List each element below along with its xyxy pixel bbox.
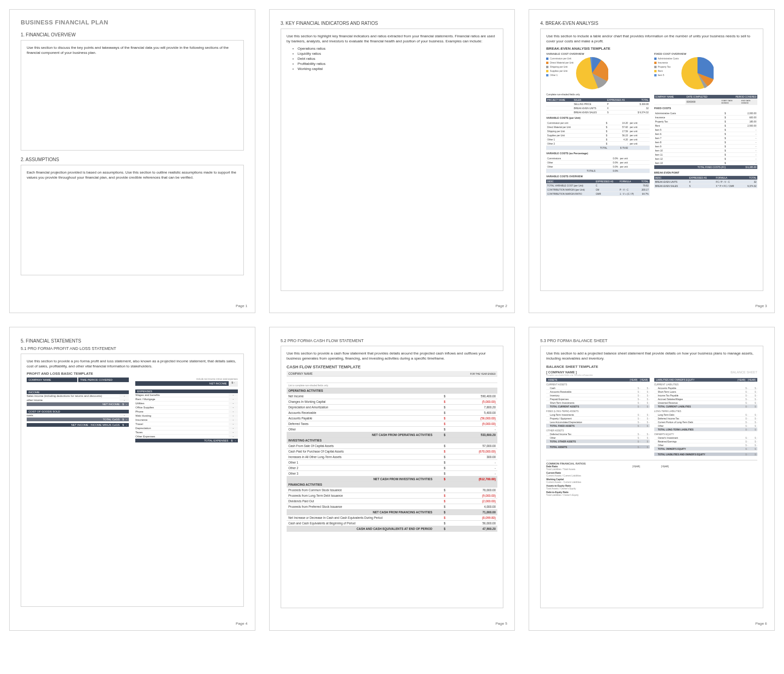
section-3-box: Use this section to highlight key financ… (281, 29, 504, 291)
section-3-instr: Use this section to highlight key financ… (287, 34, 498, 44)
fixed-costs-table: Administrative Costs$2,000.00Insurance$6… (654, 111, 757, 169)
fix-cost-title: FIXED COST OVERVIEW (654, 52, 757, 55)
section-53-instr: Use this section to add a projected bala… (546, 351, 757, 361)
section-3-title: 3. KEY FINANCIAL INDICATORS AND RATIOS (281, 21, 504, 26)
section-51-instr: Use this section to provide a pro forma … (27, 359, 238, 369)
page-number: Page 4 (236, 622, 247, 626)
bep-table: DESCEXPRESSED ASFORMULATOTALBREAK-EVEN U… (654, 176, 757, 188)
section-1-instr: Use this section to discuss the key poin… (27, 45, 238, 55)
list-item: Working capital (298, 67, 498, 71)
section-1-title: 1. FINANCIAL OVERVIEW (21, 32, 244, 37)
list-item: Profitability ratios (298, 62, 498, 66)
overview-table: DESCEXPRESSED ASFORMULATOTALTOTAL VARIAB… (546, 180, 649, 196)
list-item: Debt ratios (298, 57, 498, 61)
cf-template-title: CASH FLOW STATEMENT TEMPLATE (287, 365, 498, 369)
page-4: 5. FINANCIAL STATEMENTS 5.1 PRO FORMA PR… (9, 327, 255, 631)
section-4-title: 4. BREAK-EVEN ANALYSIS (540, 21, 763, 26)
section-53-title: 5.3 PRO FORMA BALANCE SHEET (540, 338, 763, 343)
var-pct-table: Commissions0.0%per unitOther0.0%per unit… (546, 157, 649, 173)
section-52-instr: Use this section to provide a cash flow … (287, 351, 498, 361)
page-2: 3. KEY FINANCIAL INDICATORS AND RATIOS U… (269, 9, 515, 313)
list-item: Liquidity ratios (298, 52, 498, 56)
var-unit-table: Commission per unit$14.20per unitDirect … (546, 121, 649, 150)
section-52-box: Use this section to provide a cash flow … (281, 346, 504, 608)
var-legend: Commission per Unit Direct Material per … (546, 57, 573, 78)
company-table: COMPANY NAMEDATE COMPLETEDPERIOD COVERED… (654, 95, 757, 105)
page-3: 4. BREAK-EVEN ANALYSIS Use this section … (529, 9, 775, 313)
section-3-list: Operations ratios Liquidity ratios Debt … (298, 46, 498, 71)
page-6: 5.3 PRO FORMA BALANCE SHEET Use this sec… (529, 327, 775, 631)
pl-left-column: COMPANY NAMETIME PERIOD COVERED INCOME S… (27, 378, 129, 442)
section-2-instr: Each financial projection provided is ba… (27, 170, 238, 180)
section-4-box: Use this section to include a table and/… (540, 29, 763, 291)
price-table: PROJECT NAMESALESEXPRESSED ASTOTAL SELLI… (546, 98, 649, 115)
section-5-title: 5. FINANCIAL STATEMENTS (21, 338, 244, 343)
section-51-title: 5.1 PRO FORMA PROFIT AND LOSS STATEMENT (21, 346, 244, 351)
bs-template-title: BALANCE SHEET TEMPLATE (546, 365, 757, 369)
section-52-title: 5.2 PRO FORMA CASH FLOW STATEMENT (281, 338, 504, 343)
section-2-box: Each financial projection provided is ba… (21, 165, 244, 275)
document-title: BUSINESS FINANCIAL PLAN (21, 19, 244, 26)
page-number: Page 1 (236, 304, 247, 308)
be-template-title: BREAK-EVEN ANALYSIS TEMPLATE (546, 46, 757, 51)
bs-liab-column: LIABILITIES AND OWNER'S EQUITY[YEAR][YEA… (654, 378, 757, 456)
section-53-box: Use this section to add a projected bala… (540, 346, 763, 608)
page-1: BUSINESS FINANCIAL PLAN 1. FINANCIAL OVE… (9, 9, 255, 313)
section-1-box: Use this section to discuss the key poin… (21, 40, 244, 151)
bs-assets-column: ASSETS[YEAR][YEAR] CURRENT ASSETS Cash$ … (546, 378, 649, 456)
be-charts: VARIABLE COST OVERVIEW Commission per Un… (546, 52, 757, 89)
list-item: Operations ratios (298, 46, 498, 51)
var-pie-chart (576, 57, 608, 89)
page-5: 5.2 PRO FORMA CASH FLOW STATEMENT Use th… (269, 327, 515, 631)
page-number: Page 5 (496, 622, 507, 626)
var-cost-title: VARIABLE COST OVERVIEW (546, 52, 649, 55)
fix-legend: Administrative Costs Insurance Property … (654, 57, 679, 78)
page-number: Page 3 (755, 304, 767, 308)
page-number: Page 6 (755, 622, 767, 626)
section-2-title: 2. ASSUMPTIONS (21, 157, 244, 162)
section-51-box: Use this section to provide a pro forma … (21, 354, 244, 607)
cash-flow-table: COMPANY NAMEFOR THE YEAR ENDED List to c… (287, 371, 498, 532)
pl-right-column: include net income minus total expenses … (135, 378, 237, 442)
page-number: Page 2 (496, 304, 507, 308)
section-4-instr: Use this section to include a table and/… (546, 34, 757, 44)
pl-template-title: PROFIT AND LOSS BASIC TEMPLATE (27, 372, 238, 376)
fix-pie-chart (681, 57, 714, 89)
